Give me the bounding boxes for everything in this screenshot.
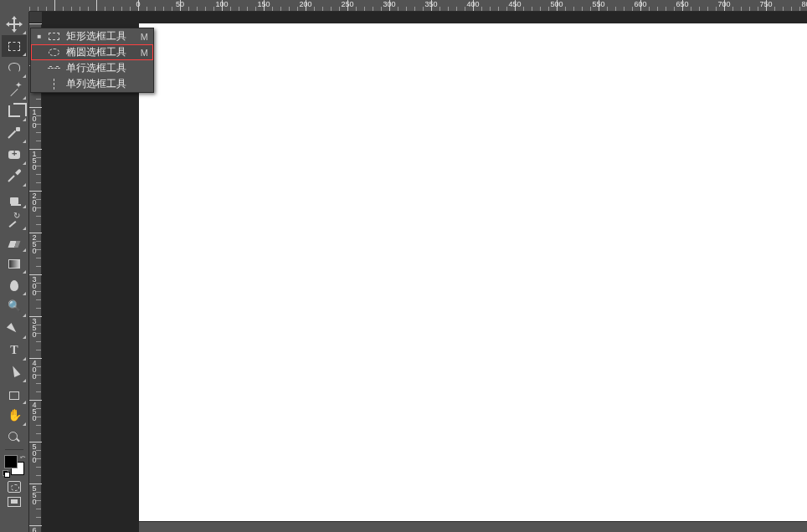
ruler-tick-minor: [36, 417, 41, 417]
vertical-ruler[interactable]: 50100150200250300350400450500550600: [29, 23, 42, 532]
screen-mode-button[interactable]: [8, 497, 21, 507]
flyout-indicator-icon: [23, 183, 26, 187]
marquee-tool[interactable]: [2, 35, 27, 57]
brush-tool[interactable]: [2, 166, 27, 187]
eraser-tool[interactable]: [2, 231, 27, 253]
pen-tool[interactable]: [2, 318, 27, 340]
wand-icon: [7, 82, 22, 97]
ruler-tick-minor: [36, 475, 41, 476]
dodge-icon: [7, 299, 22, 315]
flyout-indicator-icon: [23, 335, 26, 339]
ruler-tick-minor: [36, 182, 41, 183]
ruler-tick-minor: [36, 299, 41, 300]
ruler-tick-label: 750: [759, 0, 772, 8]
shape-icon: [9, 391, 19, 400]
zoom-icon: [7, 430, 22, 445]
blur-icon: [10, 280, 18, 291]
eyedropper-tool[interactable]: [2, 122, 27, 144]
flyout-item-ellipse-marquee[interactable]: 椭圆选框工具M: [31, 44, 153, 60]
ruler-tick-label: 250: [30, 233, 39, 253]
shape-tool[interactable]: [2, 383, 27, 405]
ellipse-marquee-icon: [46, 47, 61, 59]
history-brush-tool[interactable]: [2, 209, 27, 231]
clone-stamp-tool[interactable]: [2, 187, 27, 209]
color-swatches[interactable]: ⤺: [3, 453, 26, 477]
flyout-indicator-icon: [23, 357, 26, 361]
flyout-item-label: 单行选框工具: [66, 61, 140, 75]
canvas[interactable]: [139, 23, 807, 521]
flyout-indicator-icon: [23, 161, 26, 165]
ruler-tick-minor: [36, 383, 41, 384]
flyout-indicator-icon: [23, 118, 26, 121]
flyout-indicator-icon: [23, 205, 26, 208]
healing-brush-tool[interactable]: [2, 144, 27, 166]
crop-tool[interactable]: [2, 100, 27, 122]
ruler-tick-label: 450: [30, 401, 39, 421]
ruler-tick-label: 0: [136, 0, 140, 8]
default-colors-icon[interactable]: [3, 470, 9, 477]
ruler-tick-minor: [36, 174, 41, 175]
flyout-indicator-icon: [23, 96, 26, 100]
row-marquee-icon: [46, 63, 61, 74]
checkmark-icon: ■: [36, 33, 43, 40]
quick-mask-toggle[interactable]: [8, 481, 21, 493]
horizontal-ruler[interactable]: 0501001502002503003504004505005506006507…: [29, 0, 807, 12]
ruler-tick-minor: [36, 408, 41, 409]
ruler-tick-minor: [36, 249, 41, 250]
flyout-indicator-icon: [23, 140, 26, 143]
heal-icon: [8, 151, 20, 159]
ruler-tick-label: 350: [30, 317, 39, 337]
ruler-tick-minor: [36, 166, 41, 166]
ruler-tick-label: 350: [424, 0, 437, 8]
eyedropper-icon: [7, 125, 22, 141]
flyout-item-col-marquee[interactable]: 单列选框工具: [31, 76, 153, 92]
lasso-tool[interactable]: [2, 57, 27, 79]
gradient-tool[interactable]: [2, 253, 27, 274]
ruler-tick-label: 100: [215, 0, 228, 8]
ruler-tick-minor: [36, 467, 41, 468]
magic-wand-tool[interactable]: [2, 79, 27, 100]
ruler-tick-label: 250: [341, 0, 353, 8]
ruler-tick-label: 200: [30, 192, 39, 212]
type-tool[interactable]: T: [2, 340, 27, 361]
flyout-indicator-icon: [23, 31, 26, 34]
zoom-tool[interactable]: [2, 427, 27, 448]
flyout-item-rect-marquee[interactable]: ■矩形选框工具M: [31, 28, 153, 44]
ruler-tick-minor: [36, 341, 41, 342]
ruler-tick-minor: [36, 333, 41, 334]
ruler-tick-label: 700: [717, 0, 730, 8]
ruler-tick-minor: [36, 224, 41, 225]
ruler-tick-minor: [36, 500, 41, 501]
col-marquee-icon: [46, 79, 61, 90]
swap-colors-icon[interactable]: ⤺: [20, 453, 26, 461]
ruler-tick-minor: [36, 350, 41, 350]
flyout-item-label: 矩形选框工具: [66, 29, 132, 43]
path-selection-tool[interactable]: [2, 361, 27, 383]
ruler-tick-minor: [36, 115, 41, 116]
foreground-color-swatch[interactable]: [4, 455, 18, 468]
ruler-tick-label: 100: [30, 108, 39, 128]
ruler-tick-label: 150: [257, 0, 270, 8]
move-tool[interactable]: [2, 13, 27, 35]
ruler-tick-label: 500: [30, 442, 39, 463]
ruler-tick-label: 300: [383, 0, 395, 8]
horizontal-scrollbar[interactable]: [139, 521, 807, 532]
ruler-tick-minor: [36, 450, 41, 451]
ruler-tick-minor: [36, 216, 41, 217]
flyout-indicator-icon: [23, 74, 26, 78]
hand-tool[interactable]: ✋: [2, 405, 27, 427]
dodge-tool[interactable]: [2, 296, 27, 318]
ruler-tick-minor: [36, 458, 41, 459]
ruler-tick-minor: [36, 266, 41, 267]
flyout-item-shortcut: M: [141, 48, 148, 58]
blur-tool[interactable]: [2, 274, 27, 296]
gradient-icon: [8, 259, 20, 269]
ruler-tick-minor: [36, 509, 41, 509]
tools-panel: T✋⤺: [0, 12, 29, 532]
ruler-tick-minor: [36, 325, 41, 325]
ruler-tick-label: 150: [30, 150, 39, 170]
flyout-item-row-marquee[interactable]: 单行选框工具: [31, 60, 153, 76]
ruler-tick-minor: [36, 433, 41, 434]
ruler-tick-minor: [36, 308, 41, 309]
ruler-tick-minor: [36, 141, 41, 141]
